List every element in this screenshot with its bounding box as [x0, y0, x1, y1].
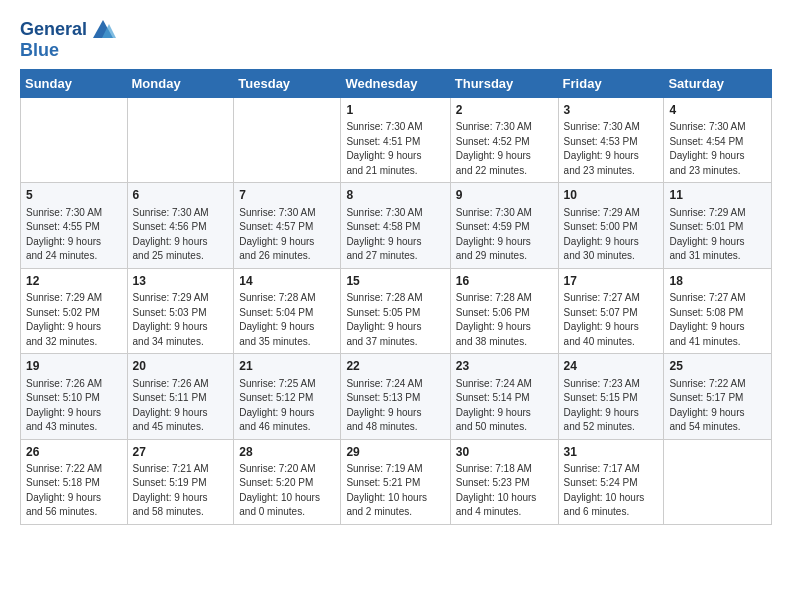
day-number: 20	[133, 358, 229, 375]
day-info: Sunrise: 7:30 AM Sunset: 4:57 PM Dayligh…	[239, 206, 335, 264]
day-cell: 11Sunrise: 7:29 AM Sunset: 5:01 PM Dayli…	[664, 183, 772, 268]
day-info: Sunrise: 7:25 AM Sunset: 5:12 PM Dayligh…	[239, 377, 335, 435]
day-cell: 29Sunrise: 7:19 AM Sunset: 5:21 PM Dayli…	[341, 439, 450, 524]
day-cell: 13Sunrise: 7:29 AM Sunset: 5:03 PM Dayli…	[127, 268, 234, 353]
day-info: Sunrise: 7:29 AM Sunset: 5:01 PM Dayligh…	[669, 206, 766, 264]
day-info: Sunrise: 7:26 AM Sunset: 5:10 PM Dayligh…	[26, 377, 122, 435]
day-cell: 28Sunrise: 7:20 AM Sunset: 5:20 PM Dayli…	[234, 439, 341, 524]
calendar-table: SundayMondayTuesdayWednesdayThursdayFrid…	[20, 69, 772, 525]
week-row-3: 12Sunrise: 7:29 AM Sunset: 5:02 PM Dayli…	[21, 268, 772, 353]
day-cell: 15Sunrise: 7:28 AM Sunset: 5:05 PM Dayli…	[341, 268, 450, 353]
weekday-friday: Friday	[558, 70, 664, 98]
day-cell: 16Sunrise: 7:28 AM Sunset: 5:06 PM Dayli…	[450, 268, 558, 353]
day-cell	[127, 98, 234, 183]
day-info: Sunrise: 7:18 AM Sunset: 5:23 PM Dayligh…	[456, 462, 553, 520]
day-info: Sunrise: 7:29 AM Sunset: 5:03 PM Dayligh…	[133, 291, 229, 349]
day-cell	[21, 98, 128, 183]
day-cell: 19Sunrise: 7:26 AM Sunset: 5:10 PM Dayli…	[21, 354, 128, 439]
day-number: 18	[669, 273, 766, 290]
day-info: Sunrise: 7:30 AM Sunset: 4:52 PM Dayligh…	[456, 120, 553, 178]
day-cell: 24Sunrise: 7:23 AM Sunset: 5:15 PM Dayli…	[558, 354, 664, 439]
day-info: Sunrise: 7:30 AM Sunset: 4:56 PM Dayligh…	[133, 206, 229, 264]
day-number: 25	[669, 358, 766, 375]
weekday-wednesday: Wednesday	[341, 70, 450, 98]
day-cell: 1Sunrise: 7:30 AM Sunset: 4:51 PM Daylig…	[341, 98, 450, 183]
day-number: 6	[133, 187, 229, 204]
day-cell: 21Sunrise: 7:25 AM Sunset: 5:12 PM Dayli…	[234, 354, 341, 439]
day-number: 22	[346, 358, 444, 375]
day-info: Sunrise: 7:28 AM Sunset: 5:05 PM Dayligh…	[346, 291, 444, 349]
day-cell: 2Sunrise: 7:30 AM Sunset: 4:52 PM Daylig…	[450, 98, 558, 183]
day-number: 13	[133, 273, 229, 290]
day-cell: 6Sunrise: 7:30 AM Sunset: 4:56 PM Daylig…	[127, 183, 234, 268]
day-info: Sunrise: 7:29 AM Sunset: 5:00 PM Dayligh…	[564, 206, 659, 264]
day-number: 14	[239, 273, 335, 290]
day-cell	[234, 98, 341, 183]
day-info: Sunrise: 7:29 AM Sunset: 5:02 PM Dayligh…	[26, 291, 122, 349]
day-info: Sunrise: 7:21 AM Sunset: 5:19 PM Dayligh…	[133, 462, 229, 520]
day-number: 5	[26, 187, 122, 204]
day-number: 17	[564, 273, 659, 290]
day-cell: 3Sunrise: 7:30 AM Sunset: 4:53 PM Daylig…	[558, 98, 664, 183]
day-cell: 14Sunrise: 7:28 AM Sunset: 5:04 PM Dayli…	[234, 268, 341, 353]
week-row-1: 1Sunrise: 7:30 AM Sunset: 4:51 PM Daylig…	[21, 98, 772, 183]
header: General Blue	[20, 16, 772, 61]
day-number: 31	[564, 444, 659, 461]
day-cell: 30Sunrise: 7:18 AM Sunset: 5:23 PM Dayli…	[450, 439, 558, 524]
day-number: 23	[456, 358, 553, 375]
day-info: Sunrise: 7:22 AM Sunset: 5:17 PM Dayligh…	[669, 377, 766, 435]
day-number: 11	[669, 187, 766, 204]
weekday-thursday: Thursday	[450, 70, 558, 98]
day-number: 21	[239, 358, 335, 375]
day-cell: 9Sunrise: 7:30 AM Sunset: 4:59 PM Daylig…	[450, 183, 558, 268]
week-row-2: 5Sunrise: 7:30 AM Sunset: 4:55 PM Daylig…	[21, 183, 772, 268]
week-row-5: 26Sunrise: 7:22 AM Sunset: 5:18 PM Dayli…	[21, 439, 772, 524]
day-info: Sunrise: 7:24 AM Sunset: 5:14 PM Dayligh…	[456, 377, 553, 435]
day-number: 24	[564, 358, 659, 375]
day-number: 29	[346, 444, 444, 461]
day-cell: 10Sunrise: 7:29 AM Sunset: 5:00 PM Dayli…	[558, 183, 664, 268]
day-number: 2	[456, 102, 553, 119]
day-cell: 18Sunrise: 7:27 AM Sunset: 5:08 PM Dayli…	[664, 268, 772, 353]
day-cell: 20Sunrise: 7:26 AM Sunset: 5:11 PM Dayli…	[127, 354, 234, 439]
day-number: 8	[346, 187, 444, 204]
day-cell: 26Sunrise: 7:22 AM Sunset: 5:18 PM Dayli…	[21, 439, 128, 524]
page: General Blue SundayMondayTuesdayWednesda…	[0, 0, 792, 541]
day-info: Sunrise: 7:30 AM Sunset: 4:51 PM Dayligh…	[346, 120, 444, 178]
weekday-saturday: Saturday	[664, 70, 772, 98]
logo-general: General	[20, 20, 87, 40]
day-info: Sunrise: 7:28 AM Sunset: 5:06 PM Dayligh…	[456, 291, 553, 349]
day-cell: 12Sunrise: 7:29 AM Sunset: 5:02 PM Dayli…	[21, 268, 128, 353]
day-number: 16	[456, 273, 553, 290]
day-cell: 25Sunrise: 7:22 AM Sunset: 5:17 PM Dayli…	[664, 354, 772, 439]
day-number: 15	[346, 273, 444, 290]
day-number: 4	[669, 102, 766, 119]
logo-blue: Blue	[20, 40, 59, 61]
logo-area: General Blue	[20, 16, 117, 61]
day-info: Sunrise: 7:23 AM Sunset: 5:15 PM Dayligh…	[564, 377, 659, 435]
day-info: Sunrise: 7:30 AM Sunset: 4:59 PM Dayligh…	[456, 206, 553, 264]
day-cell: 22Sunrise: 7:24 AM Sunset: 5:13 PM Dayli…	[341, 354, 450, 439]
day-number: 10	[564, 187, 659, 204]
day-cell: 7Sunrise: 7:30 AM Sunset: 4:57 PM Daylig…	[234, 183, 341, 268]
weekday-tuesday: Tuesday	[234, 70, 341, 98]
day-info: Sunrise: 7:26 AM Sunset: 5:11 PM Dayligh…	[133, 377, 229, 435]
day-number: 28	[239, 444, 335, 461]
day-cell: 4Sunrise: 7:30 AM Sunset: 4:54 PM Daylig…	[664, 98, 772, 183]
day-cell	[664, 439, 772, 524]
day-cell: 27Sunrise: 7:21 AM Sunset: 5:19 PM Dayli…	[127, 439, 234, 524]
day-info: Sunrise: 7:30 AM Sunset: 4:58 PM Dayligh…	[346, 206, 444, 264]
day-info: Sunrise: 7:27 AM Sunset: 5:07 PM Dayligh…	[564, 291, 659, 349]
day-info: Sunrise: 7:20 AM Sunset: 5:20 PM Dayligh…	[239, 462, 335, 520]
weekday-monday: Monday	[127, 70, 234, 98]
day-info: Sunrise: 7:17 AM Sunset: 5:24 PM Dayligh…	[564, 462, 659, 520]
day-number: 30	[456, 444, 553, 461]
day-info: Sunrise: 7:30 AM Sunset: 4:55 PM Dayligh…	[26, 206, 122, 264]
day-number: 26	[26, 444, 122, 461]
day-info: Sunrise: 7:28 AM Sunset: 5:04 PM Dayligh…	[239, 291, 335, 349]
day-number: 7	[239, 187, 335, 204]
logo-icon	[89, 16, 117, 44]
day-info: Sunrise: 7:27 AM Sunset: 5:08 PM Dayligh…	[669, 291, 766, 349]
day-number: 12	[26, 273, 122, 290]
weekday-sunday: Sunday	[21, 70, 128, 98]
